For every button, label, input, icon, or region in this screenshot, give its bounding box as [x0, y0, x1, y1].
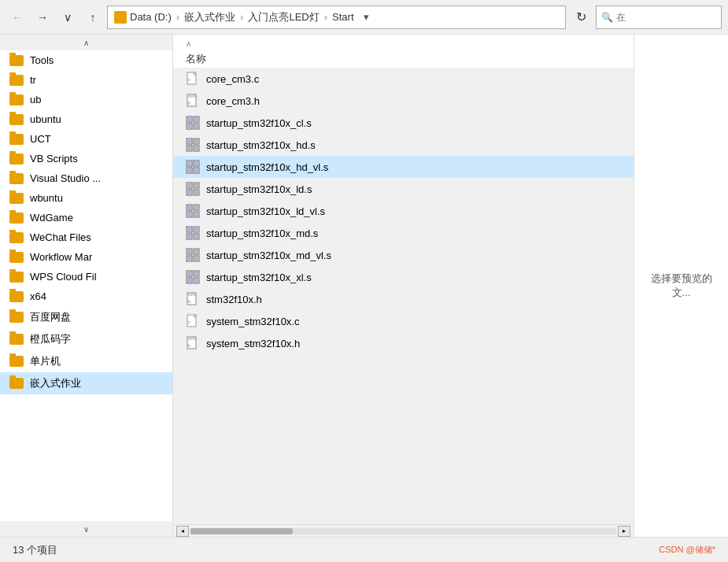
file-item-3[interactable]: startup_stm32f10x_hd.s: [173, 134, 634, 156]
file-item-4[interactable]: startup_stm32f10x_hd_vl.s: [173, 156, 634, 178]
sidebar-down-arrow-icon: ∨: [83, 525, 89, 534]
forward-button[interactable]: →: [31, 6, 54, 28]
folder-icon-10: [9, 252, 24, 263]
sidebar-item-1[interactable]: tr: [0, 70, 172, 90]
svg-rect-10: [194, 117, 198, 121]
file-name-1: core_cm3.h: [206, 95, 260, 107]
svg-text:h: h: [188, 343, 190, 348]
dropdown-button[interactable]: ∨: [57, 6, 79, 28]
folder-icon-13: [9, 312, 24, 323]
file-item-8[interactable]: startup_stm32f10x_md_vl.s: [173, 244, 634, 266]
folder-icon-2: [9, 94, 24, 105]
svg-rect-67: [187, 279, 191, 283]
svg-rect-52: [194, 235, 198, 238]
sidebar-label-16: 嵌入式作业: [30, 376, 81, 390]
file-name-3: startup_stm32f10x_hd.s: [206, 139, 316, 151]
file-item-5[interactable]: startup_stm32f10x_ld.s: [173, 178, 634, 200]
file-item-12[interactable]: h system_stm32f10x.h: [173, 332, 634, 354]
svg-rect-65: [187, 272, 191, 275]
svg-rect-50: [194, 227, 198, 231]
sidebar-item-10[interactable]: Workflow Mar: [0, 247, 172, 267]
folder-icon-1: [9, 75, 24, 86]
svg-rect-70: [188, 294, 193, 296]
folder-icon-14: [9, 334, 24, 345]
sidebar-item-9[interactable]: WeChat Files: [0, 227, 172, 247]
address-path[interactable]: Data (D:) › 嵌入式作业 › 入门点亮LED灯 › Start ▾: [107, 6, 566, 29]
sidebar-label-8: WdGame: [30, 212, 73, 224]
file-name-8: startup_stm32f10x_md_vl.s: [206, 250, 331, 261]
file-name-10: stm32f10x.h: [206, 294, 262, 305]
forward-icon: →: [37, 11, 48, 24]
file-item-7[interactable]: startup_stm32f10x_md.s: [173, 222, 634, 244]
c-file-icon-11: c: [186, 314, 200, 328]
up-button[interactable]: ↑: [82, 6, 104, 28]
path-segment-3: 入门点亮LED灯: [248, 10, 319, 24]
folder-icon-8: [9, 213, 24, 224]
svg-rect-59: [187, 257, 191, 261]
search-box[interactable]: 🔍: [596, 6, 722, 29]
folder-icon-16: [9, 378, 24, 389]
sidebar-label-2: ub: [30, 94, 41, 105]
refresh-icon: ↻: [576, 9, 586, 24]
sidebar-item-12[interactable]: x64: [0, 287, 172, 306]
sidebar-item-16[interactable]: 嵌入式作业: [0, 372, 172, 394]
h-file-icon-12: h: [186, 336, 200, 350]
sidebar-item-15[interactable]: 单片机: [0, 350, 172, 372]
folder-icon-7: [9, 193, 24, 204]
file-item-9[interactable]: startup_stm32f10x_xl.s: [173, 266, 634, 288]
svg-text:c: c: [188, 320, 190, 324]
path-sep-2: ›: [240, 11, 243, 23]
hscroll-right-btn[interactable]: ▸: [618, 526, 630, 537]
svg-rect-26: [194, 161, 198, 165]
svg-rect-68: [194, 279, 198, 283]
path-folder-icon: [114, 11, 127, 24]
search-input[interactable]: [616, 12, 716, 23]
file-item-10[interactable]: h stm32f10x.h: [173, 288, 634, 310]
sidebar-item-11[interactable]: WPS Cloud Fil: [0, 267, 172, 287]
sidebar-item-6[interactable]: Visual Studio ...: [0, 168, 172, 188]
sidebar-list: ToolstrububuntuUCTVB ScriptsVisual Studi…: [0, 50, 172, 521]
sidebar-item-7[interactable]: wbuntu: [0, 188, 172, 208]
sidebar-item-3[interactable]: ubuntu: [0, 109, 172, 129]
sidebar-scroll-down[interactable]: ∨: [0, 521, 172, 537]
svg-rect-9: [187, 117, 191, 121]
sidebar-item-0[interactable]: Tools: [0, 50, 172, 70]
search-icon: 🔍: [601, 12, 613, 23]
svg-text:h: h: [188, 299, 190, 304]
svg-rect-57: [187, 250, 191, 253]
svg-text:c: c: [188, 77, 190, 82]
file-item-0[interactable]: c core_cm3.c: [173, 68, 634, 90]
hscroll-left-btn[interactable]: ◂: [176, 526, 189, 537]
h-file-icon-10: h: [186, 292, 200, 306]
file-name-4: startup_stm32f10x_hd_vl.s: [206, 161, 328, 173]
sidebar-item-14[interactable]: 橙瓜码字: [0, 328, 172, 350]
main-content: ∧ ToolstrububuntuUCTVB ScriptsVisual Stu…: [0, 35, 728, 537]
asm-icon-3: [186, 138, 200, 152]
path-dropdown-button[interactable]: ▾: [357, 6, 376, 28]
sidebar-label-12: x64: [30, 290, 46, 302]
file-item-6[interactable]: startup_stm32f10x_ld_vl.s: [173, 200, 634, 222]
svg-rect-36: [194, 190, 198, 194]
file-name-11: system_stm32f10x.c: [206, 316, 300, 327]
file-item-2[interactable]: startup_stm32f10x_cl.s: [173, 112, 634, 134]
sidebar-label-14: 橙瓜码字: [30, 332, 71, 346]
file-name-7: startup_stm32f10x_md.s: [206, 227, 318, 239]
sidebar-scroll-up[interactable]: ∧: [0, 35, 172, 50]
sidebar-item-2[interactable]: ub: [0, 90, 172, 109]
file-name-9: startup_stm32f10x_xl.s: [206, 272, 312, 283]
svg-rect-11: [187, 124, 191, 128]
back-button[interactable]: ←: [6, 6, 28, 28]
sidebar-item-5[interactable]: VB Scripts: [0, 149, 172, 168]
sidebar-item-13[interactable]: 百度网盘: [0, 306, 172, 328]
sidebar-item-4[interactable]: UCT: [0, 129, 172, 149]
sidebar-item-8[interactable]: WdGame: [0, 208, 172, 227]
folder-icon-4: [9, 134, 24, 145]
file-item-1[interactable]: h core_cm3.h: [173, 90, 634, 112]
refresh-button[interactable]: ↻: [569, 6, 593, 29]
file-list: c core_cm3.c h core_cm3.h startup_stm32f…: [173, 68, 634, 524]
up-icon: ↑: [91, 11, 96, 24]
file-item-11[interactable]: c system_stm32f10x.c: [173, 310, 634, 332]
folder-icon-0: [9, 55, 24, 66]
svg-rect-42: [194, 205, 198, 209]
c-file-icon-0: c: [186, 72, 200, 86]
